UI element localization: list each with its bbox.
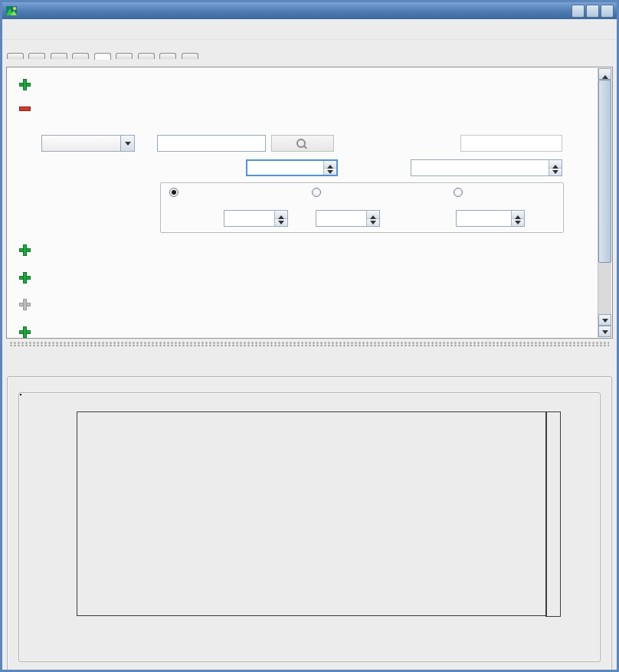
header-before-frame-row[interactable]: [20, 327, 41, 337]
tab-data-output[interactable]: [51, 53, 67, 59]
radio-selected-icon: [169, 188, 178, 197]
precision-value: [411, 160, 549, 175]
to-value: [316, 211, 366, 226]
expand-plus-icon[interactable]: [20, 245, 30, 255]
spin-up-icon[interactable]: [275, 211, 287, 219]
spin-up-icon[interactable]: [512, 211, 524, 219]
plot-panel: [2, 369, 617, 672]
collapse-minus-icon[interactable]: [20, 107, 30, 110]
scroll-down-button-2[interactable]: [598, 326, 611, 337]
scan-level-1-row[interactable]: [20, 245, 41, 255]
menu-modes[interactable]: [19, 26, 33, 32]
scan-level-0-row[interactable]: [20, 107, 41, 110]
tabbar: [2, 40, 617, 67]
spin-buttons: [323, 161, 336, 175]
expand-plus-icon[interactable]: [20, 273, 30, 283]
tab-advanced: [116, 53, 133, 59]
step-size-spinbox[interactable]: [456, 210, 525, 227]
browse-button: [271, 135, 334, 152]
maximize-button[interactable]: [586, 5, 599, 18]
chevron-down-icon[interactable]: [120, 136, 134, 151]
titlebar[interactable]: [2, 2, 617, 19]
tab-developer: [159, 53, 176, 59]
number-of-steps-spinbox[interactable]: [246, 159, 338, 176]
radio-icon: [454, 188, 463, 197]
from-value: [224, 211, 274, 226]
from-spinbox[interactable]: [224, 210, 288, 227]
spin-up-icon[interactable]: [367, 211, 379, 219]
tab-settings[interactable]: [28, 53, 45, 59]
radio-constant-step-size[interactable]: [169, 188, 183, 197]
close-button[interactable]: [601, 5, 614, 18]
additional-parameter-input: [460, 135, 562, 152]
scrollbar-track[interactable]: [598, 80, 611, 314]
action-before-each-frame-row[interactable]: [20, 273, 41, 283]
spin-up-icon[interactable]: [324, 161, 336, 169]
start-image-groupbox: [18, 392, 601, 662]
scroll-down-button[interactable]: [598, 314, 611, 326]
plot-region: [20, 394, 599, 661]
spin-down-icon[interactable]: [275, 219, 287, 227]
spin-down-icon[interactable]: [512, 219, 524, 227]
to-spinbox[interactable]: [316, 210, 380, 227]
step-size-value: [457, 211, 511, 226]
splitter-handle-icon[interactable]: [10, 342, 609, 347]
app-icon: [5, 5, 18, 17]
expand-plus-icon[interactable]: [20, 327, 30, 337]
spin-down-icon[interactable]: [324, 169, 336, 175]
heatmap-canvas[interactable]: [77, 411, 547, 616]
spin-buttons: [274, 211, 287, 226]
zoom-selection-rect: [20, 394, 21, 395]
radio-specific-values[interactable]: [312, 188, 326, 197]
scroll-up-button[interactable]: [598, 68, 611, 80]
app-window: [0, 0, 619, 672]
scan-mode-combobox[interactable]: [41, 135, 135, 152]
spin-buttons: [549, 160, 562, 175]
spin-down-icon[interactable]: [367, 219, 379, 227]
colorbar-canvas: [545, 411, 561, 617]
scan-file-input[interactable]: [157, 135, 266, 152]
y-axis-title: [21, 411, 35, 616]
vertical-scrollbar[interactable]: [598, 68, 611, 337]
spin-up-icon[interactable]: [549, 160, 562, 169]
action-at-start-row[interactable]: [20, 80, 41, 90]
tab-debugging: [138, 53, 155, 59]
menu-utilities[interactable]: [5, 26, 19, 32]
actions-pane: [6, 67, 613, 339]
window-controls: [572, 5, 614, 18]
expand-plus-icon[interactable]: [20, 80, 30, 90]
spin-buttons: [366, 211, 379, 226]
radio-icon: [312, 188, 321, 197]
minimize-button[interactable]: [572, 5, 585, 18]
radio-values-from-file[interactable]: [454, 188, 467, 197]
menubar: [2, 19, 617, 40]
menu-help[interactable]: [33, 26, 47, 32]
scrollbar-thumb[interactable]: [598, 80, 611, 263]
precision-spinbox[interactable]: [411, 159, 562, 176]
colorbar-title: [582, 411, 596, 616]
measurement-groupbox: [7, 376, 612, 672]
splitter[interactable]: [2, 342, 617, 369]
tab-messages[interactable]: [182, 53, 198, 59]
spin-down-icon[interactable]: [549, 169, 562, 176]
expand-plus-icon-disabled: [20, 300, 30, 310]
spin-buttons: [511, 211, 524, 226]
tab-plot[interactable]: [72, 53, 89, 59]
browse-icon: [296, 139, 306, 148]
tab-actions[interactable]: [94, 53, 111, 60]
positions-row: [20, 300, 41, 310]
tab-measurement[interactable]: [7, 53, 24, 59]
